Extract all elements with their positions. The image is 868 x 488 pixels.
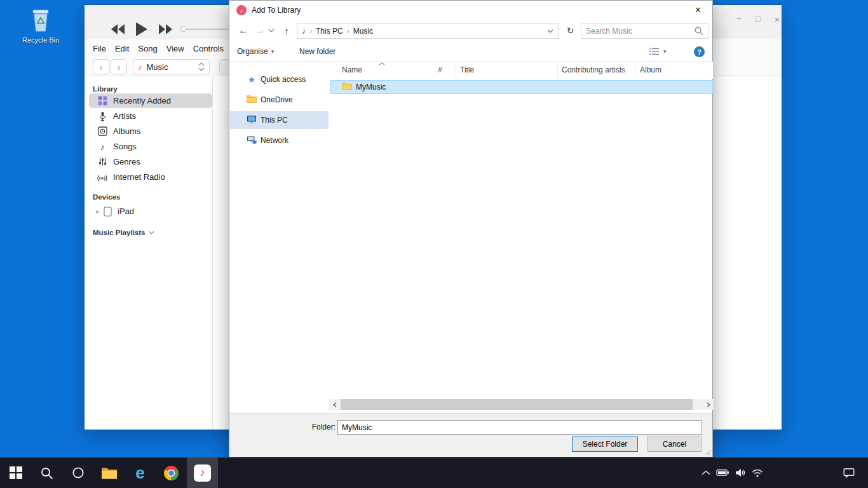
menu-edit[interactable]: Edit [115,44,129,53]
itunes-icon: ♪ [194,464,211,482]
organise-label: Organise [237,47,268,56]
address-bar[interactable]: ♪ › This PC › Music [297,23,559,39]
itunes-back-button[interactable]: ‹ [93,59,109,74]
dialog-footer: Folder: Select Folder Cancel [229,413,712,457]
refresh-button[interactable]: ↻ [562,23,578,38]
column-header-contributing-artists[interactable]: Contributing artists [558,62,636,79]
breadcrumb-this-pc[interactable]: This PC [316,27,343,36]
music-playlists-header[interactable]: Music Playlists [93,229,154,236]
recycle-bin-label: Recycle Bin [17,36,65,44]
recycle-bin-icon [27,5,55,33]
breadcrumb-music[interactable]: Music [353,27,373,36]
battery-icon[interactable] [716,469,729,477]
taskbar-itunes-button[interactable]: ♪ [187,458,218,488]
action-center-button[interactable] [836,458,862,488]
onedrive-icon [247,95,257,105]
taskbar: e ♪ [0,458,868,488]
sidebar-item-label: Songs [113,142,137,151]
up-button[interactable]: ↑ [279,23,294,38]
menu-song[interactable]: Song [138,44,157,53]
sidebar-item-artists[interactable]: Artists [89,109,212,123]
dropdown-caret-icon: ▾ [271,48,275,55]
column-header-title[interactable]: Title [456,62,558,79]
views-button[interactable]: ▾ [649,42,667,61]
device-label: iPad [118,207,134,216]
songs-icon: ♪ [97,142,107,152]
itunes-forward-button[interactable]: › [111,59,127,74]
organise-button[interactable]: Organise ▾ [237,42,274,61]
sidebar-item-genres[interactable]: Genres [89,154,212,169]
column-header-number[interactable]: # [435,62,456,79]
sidebar-item-recently-added[interactable]: Recently Added [89,93,212,108]
navpane-item-quick-access[interactable]: ★ Quick access [230,71,329,88]
sidebar-item-label: Albums [113,126,140,136]
menu-file[interactable]: File [93,44,106,53]
resize-grip[interactable] [704,449,711,456]
recent-locations-dropdown[interactable] [266,23,276,38]
forward-chevron-icon: › [118,62,121,72]
start-button[interactable] [0,458,31,488]
taskbar-internet-explorer-button[interactable]: e [125,458,156,488]
quick-access-star-icon: ★ [247,74,257,85]
taskbar-chrome-button[interactable] [156,458,187,488]
forward-button[interactable]: → [252,23,268,38]
sidebar-item-ipad[interactable]: ▸ iPad [89,204,212,219]
scroll-left-button[interactable] [329,399,340,410]
dialog-title-bar: ♪ Add To Library × [229,1,712,20]
back-chevron-icon: ‹ [100,62,103,72]
chevron-down-icon [268,29,275,32]
horizontal-scrollbar[interactable] [329,399,714,410]
close-icon: × [695,4,701,16]
minimize-icon[interactable]: − [734,14,744,24]
hidden-icons-chevron[interactable] [702,470,710,475]
rewind-button[interactable] [111,24,125,34]
music-note-glyph: ♪ [240,7,243,14]
sidebar-divider [212,77,213,430]
fast-forward-button[interactable] [159,24,173,34]
select-folder-button[interactable]: Select Folder [572,437,638,452]
network-wifi-icon[interactable] [752,469,763,477]
sidebar-item-songs[interactable]: ♪ Songs [89,139,212,154]
taskbar-cortana-button[interactable] [62,458,93,488]
navpane-item-this-pc[interactable]: This PC [230,111,329,129]
folder-input[interactable] [337,420,702,435]
select-folder-label: Select Folder [583,440,628,449]
volume-icon[interactable] [735,468,746,477]
cancel-label: Cancel [663,440,686,449]
new-folder-button[interactable]: New folder [299,42,336,61]
recycle-bin-shortcut[interactable]: Recycle Bin [17,5,65,44]
back-button[interactable]: ← [236,23,251,38]
media-type-label: Music [147,62,199,72]
network-icon [247,135,257,146]
help-button[interactable]: ? [694,46,705,57]
search-box[interactable] [581,23,709,39]
scrollbar-thumb[interactable] [341,399,693,410]
column-header-album[interactable]: Album [636,62,713,79]
itunes-search-field-partial[interactable] [713,27,728,38]
scroll-right-button[interactable] [703,399,714,410]
address-dropdown-icon[interactable] [547,29,553,33]
dialog-close-button[interactable]: × [684,1,712,19]
sidebar-item-label: Genres [113,157,140,166]
cancel-button[interactable]: Cancel [648,437,702,452]
menu-controls[interactable]: Controls [193,44,224,53]
maximize-icon[interactable]: □ [753,14,763,24]
disclosure-triangle-icon[interactable]: ▸ [93,208,102,215]
music-note-icon: ♪ [138,62,142,72]
search-icon [40,466,53,480]
menu-view[interactable]: View [166,44,184,53]
chrome-icon [163,465,179,481]
play-button[interactable] [136,22,147,36]
sidebar-item-label: Internet Radio [113,172,165,182]
media-type-selector[interactable]: ♪ Music [133,59,210,74]
navpane-item-network[interactable]: Network [230,132,329,149]
taskbar-file-explorer-button[interactable] [93,458,125,488]
sidebar-item-internet-radio[interactable]: Internet Radio [89,170,212,184]
sidebar-item-albums[interactable]: Albums [89,124,212,139]
navpane-item-onedrive[interactable]: OneDrive [230,91,329,109]
search-input[interactable] [581,27,695,36]
file-row-mymusic[interactable]: MyMusic [330,80,713,94]
close-icon[interactable]: × [772,14,782,25]
help-icon: ? [697,48,702,56]
taskbar-search-button[interactable] [31,458,62,488]
